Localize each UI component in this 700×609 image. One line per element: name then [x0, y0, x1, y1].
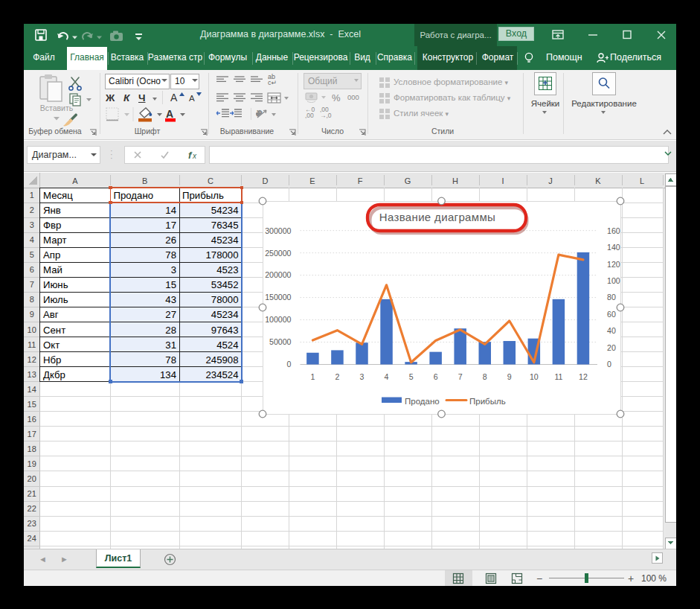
svg-text:Май: Май: [43, 264, 62, 275]
svg-text:4: 4: [30, 235, 34, 244]
svg-text:15: 15: [165, 279, 176, 290]
svg-text:20: 20: [607, 343, 616, 352]
svg-text:1: 1: [30, 191, 34, 200]
svg-text:0: 0: [607, 360, 611, 369]
svg-text:1: 1: [310, 372, 315, 381]
svg-text:4: 4: [385, 372, 389, 381]
svg-text:7: 7: [30, 280, 34, 289]
svg-text:4524: 4524: [216, 339, 238, 351]
svg-text:9: 9: [30, 310, 34, 319]
svg-text:Янв: Янв: [43, 205, 61, 216]
svg-text:10: 10: [28, 325, 36, 334]
svg-text:24: 24: [28, 534, 36, 543]
svg-text:97643: 97643: [211, 325, 239, 336]
svg-text:100: 100: [607, 276, 620, 285]
svg-text:%: %: [332, 92, 341, 103]
svg-text:78: 78: [165, 249, 176, 261]
svg-text:19: 19: [28, 459, 36, 468]
svg-text:15: 15: [28, 400, 36, 409]
svg-text:178000: 178000: [205, 249, 238, 261]
svg-text:0: 0: [287, 360, 292, 369]
svg-text:60: 60: [607, 310, 616, 319]
svg-text:L: L: [640, 176, 644, 185]
svg-text:Июнь: Июнь: [43, 279, 68, 290]
svg-text:45234: 45234: [211, 235, 239, 246]
svg-text:28: 28: [165, 325, 176, 336]
svg-text:43: 43: [165, 294, 176, 305]
svg-text:53452: 53452: [211, 279, 239, 290]
svg-text:10: 10: [530, 372, 539, 381]
svg-text:x: x: [192, 152, 197, 160]
svg-text:17: 17: [28, 430, 36, 439]
svg-text:11: 11: [554, 372, 562, 381]
svg-text:14: 14: [165, 205, 176, 216]
svg-text:Авг: Авг: [43, 309, 59, 320]
svg-text:45234: 45234: [211, 309, 239, 320]
svg-text:Дкбр: Дкбр: [43, 369, 65, 380]
svg-text:18: 18: [28, 444, 36, 453]
svg-text:K: K: [595, 176, 601, 185]
svg-text:Сент: Сент: [43, 325, 65, 336]
svg-text:H: H: [452, 176, 458, 185]
svg-text:Нбр: Нбр: [43, 354, 61, 366]
svg-text:C: C: [208, 176, 213, 185]
svg-text:26: 26: [165, 235, 176, 246]
svg-text:12: 12: [28, 355, 36, 364]
svg-text:Окт: Окт: [43, 339, 60, 351]
svg-text:22: 22: [28, 504, 36, 513]
svg-text:000: 000: [347, 93, 359, 101]
svg-text:5: 5: [30, 250, 34, 259]
svg-text:Название диаграммы: Название диаграммы: [379, 211, 496, 223]
svg-text:13: 13: [28, 370, 36, 379]
svg-text:31: 31: [165, 339, 176, 351]
svg-text:8: 8: [30, 295, 34, 304]
svg-text:200000: 200000: [265, 270, 291, 279]
svg-text:E: E: [309, 176, 315, 185]
svg-text:20: 20: [28, 474, 36, 483]
svg-text:250000: 250000: [265, 249, 291, 258]
svg-text:9: 9: [507, 372, 512, 381]
svg-text:134: 134: [160, 369, 176, 380]
svg-text:76345: 76345: [211, 220, 239, 231]
svg-text:6: 6: [30, 265, 34, 274]
svg-text:300000: 300000: [265, 226, 291, 235]
svg-text:78: 78: [165, 354, 176, 366]
svg-text:7: 7: [458, 372, 463, 381]
svg-text:2: 2: [30, 205, 34, 214]
svg-text:G: G: [405, 176, 411, 185]
svg-text:3: 3: [30, 220, 34, 229]
svg-text:23: 23: [28, 519, 36, 528]
svg-text:4523: 4523: [216, 264, 238, 275]
svg-text:27: 27: [165, 309, 176, 320]
svg-text:F: F: [358, 176, 363, 185]
svg-text:54234: 54234: [211, 205, 239, 216]
svg-text:B: B: [142, 176, 147, 185]
svg-text:234524: 234524: [205, 369, 238, 380]
svg-text:16: 16: [28, 415, 36, 424]
svg-text:Продано: Продано: [114, 190, 154, 201]
svg-text:50000: 50000: [269, 337, 292, 346]
svg-text:80: 80: [607, 293, 616, 302]
svg-text:6: 6: [434, 372, 438, 381]
svg-text:ab: ab: [256, 108, 263, 118]
svg-text:245908: 245908: [205, 354, 238, 366]
svg-text:120: 120: [607, 260, 620, 269]
svg-text:Март: Март: [43, 235, 67, 246]
svg-text:Апр: Апр: [43, 249, 60, 261]
svg-text:2: 2: [335, 372, 339, 381]
svg-text:Фвр: Фвр: [43, 220, 61, 231]
svg-text:Вставить: Вставить: [40, 103, 74, 112]
svg-text:Прибыль: Прибыль: [469, 397, 506, 406]
svg-text:11: 11: [28, 340, 36, 349]
svg-text:D: D: [262, 176, 268, 185]
svg-text:Продано: Продано: [405, 397, 440, 406]
svg-text:14: 14: [28, 385, 36, 394]
svg-text:3: 3: [171, 264, 176, 275]
svg-text:J: J: [548, 176, 553, 185]
svg-text:Июль: Июль: [43, 294, 68, 305]
svg-text:21: 21: [28, 489, 36, 498]
svg-text:160: 160: [607, 226, 620, 235]
svg-text:100000: 100000: [265, 315, 291, 324]
svg-text:Прибыль: Прибыль: [182, 190, 224, 201]
svg-text:I: I: [501, 176, 504, 185]
